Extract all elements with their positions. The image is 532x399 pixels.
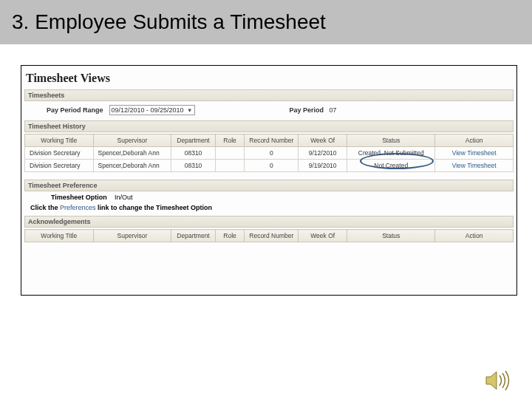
- cell-record: 0: [245, 147, 299, 160]
- table-row: Division Secretary Spencer,Deborah Ann 0…: [25, 147, 514, 160]
- cell-status: Not Created: [347, 160, 435, 172]
- pay-period-label: Pay Period: [290, 106, 324, 114]
- cell-dept: 08310: [171, 160, 215, 172]
- speaker-icon: [485, 369, 511, 392]
- view-timesheet-link[interactable]: View Timesheet: [435, 147, 514, 160]
- page-title: Timesheet Views: [24, 69, 514, 88]
- table-row: Division Secretary Spencer,Deborah Ann 0…: [25, 160, 514, 172]
- col-record-number: Record Number: [245, 134, 299, 147]
- pay-period-range-dropdown[interactable]: 09/12/2010 - 09/25/2010 ▼: [109, 105, 195, 115]
- history-table: Working Title Supervisor Department Role…: [24, 134, 514, 172]
- preference-instruction: Click the Preferences link to change the…: [24, 202, 514, 214]
- col-record-number: Record Number: [245, 230, 299, 242]
- cell-record: 0: [245, 160, 299, 172]
- cell-title: Division Secretary: [25, 160, 94, 172]
- cell-supervisor: Spencer,Deborah Ann: [93, 147, 171, 160]
- cell-supervisor: Spencer,Deborah Ann: [93, 160, 171, 172]
- col-working-title: Working Title: [25, 230, 94, 242]
- cell-week: 9/19/2010: [299, 160, 347, 172]
- timesheet-option-label: Timesheet Option: [51, 194, 107, 201]
- view-timesheet-link[interactable]: View Timesheet: [435, 160, 514, 172]
- col-supervisor: Supervisor: [93, 230, 171, 242]
- col-action: Action: [435, 230, 514, 242]
- col-status: Status: [347, 230, 435, 242]
- instruction-suffix: link to change the Timesheet Option: [96, 204, 212, 211]
- col-role: Role: [215, 230, 245, 242]
- col-department: Department: [171, 134, 215, 147]
- col-week-of: Week Of: [299, 230, 347, 242]
- pay-period-range-label: Pay Period Range: [47, 106, 103, 114]
- section-preference: Timesheet Preference: [24, 180, 514, 191]
- slide-title-bar: 3. Employee Submits a Timesheet: [0, 0, 532, 44]
- col-week-of: Week Of: [299, 134, 347, 147]
- svg-marker-0: [486, 372, 497, 389]
- col-role: Role: [215, 134, 245, 147]
- section-acknowledgements: Acknowledgements: [24, 216, 514, 228]
- filter-row: Pay Period Range 09/12/2010 - 09/25/2010…: [24, 101, 514, 119]
- table-header-row: Working Title Supervisor Department Role…: [25, 230, 514, 242]
- acknowledgements-table: Working Title Supervisor Department Role…: [24, 229, 514, 242]
- cell-role: [215, 147, 245, 160]
- cell-dept: 08310: [171, 147, 215, 160]
- col-action: Action: [435, 134, 514, 147]
- col-supervisor: Supervisor: [93, 134, 171, 147]
- cell-title: Division Secretary: [25, 147, 94, 160]
- cell-status: Created. Not Submitted: [347, 147, 435, 160]
- pay-period-value: 07: [330, 106, 337, 114]
- cell-role: [215, 160, 245, 172]
- table-header-row: Working Title Supervisor Department Role…: [25, 134, 514, 147]
- cell-week: 9/12/2010: [299, 147, 347, 160]
- chevron-down-icon: ▼: [187, 107, 193, 114]
- instruction-prefix: Click the: [30, 204, 60, 211]
- slide-title: 3. Employee Submits a Timesheet: [12, 10, 520, 34]
- timesheet-option-row: Timesheet Option In/Out: [24, 191, 514, 202]
- col-department: Department: [171, 230, 215, 242]
- col-status: Status: [347, 134, 435, 147]
- pay-period-range-value: 09/12/2010 - 09/25/2010: [112, 106, 184, 114]
- col-working-title: Working Title: [25, 134, 94, 147]
- timesheet-option-value: In/Out: [115, 194, 133, 201]
- app-screenshot-frame: Timesheet Views Timesheets Pay Period Ra…: [21, 65, 517, 296]
- section-timesheets: Timesheets: [24, 89, 514, 101]
- section-history: Timesheet History: [24, 120, 514, 132]
- preferences-link[interactable]: Preferences: [60, 204, 96, 211]
